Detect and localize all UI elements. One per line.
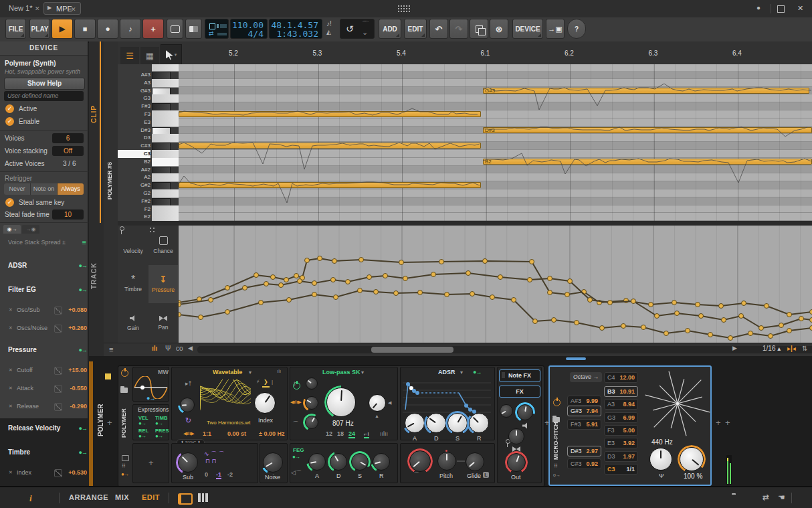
enable-checkbox[interactable]: ✓ <box>5 117 14 126</box>
mod-curve-icon[interactable] <box>54 469 62 477</box>
filter-cutoff-knob[interactable] <box>324 386 358 419</box>
add-device-end-button[interactable]: + <box>716 418 721 428</box>
expression-arrow-icon[interactable]: ●→ <box>155 420 163 426</box>
filter-shape-icon-2[interactable]: ıılıı <box>380 430 388 437</box>
amp-a-knob[interactable] <box>403 411 427 435</box>
expression-arrow-icon[interactable]: ●→ <box>138 433 146 439</box>
filter-slope-24[interactable]: 24 <box>348 430 355 438</box>
time-signature[interactable]: 4/4 <box>231 29 264 39</box>
remote-controls-icon[interactable] <box>122 455 129 461</box>
device-view-button[interactable]: DEVICE <box>512 19 543 39</box>
note-G#3[interactable]: G#3 <box>483 88 809 94</box>
fade-out-icon[interactable]: ⌄ <box>362 28 368 37</box>
filter-dropdown-icon[interactable]: ▾ <box>361 369 364 375</box>
glide-knob[interactable] <box>464 450 486 473</box>
project-tab-close-icon[interactable]: ✕ <box>35 5 40 12</box>
voices-value[interactable]: 6 <box>52 133 84 143</box>
mpe-tab-close-icon[interactable]: ✕ <box>71 6 76 13</box>
mod-target-osc-sub[interactable]: ✕Osc/Sub+0.080 <box>3 307 92 316</box>
osc-visual-mode-icon[interactable]: ılı <box>277 368 281 374</box>
mod-routing-tab-out[interactable]: ◉→ <box>3 225 21 234</box>
help-button[interactable]: ? <box>567 19 586 39</box>
note-G#2[interactable] <box>179 182 481 188</box>
piano-key-A2[interactable] <box>152 173 179 182</box>
sub-octave--1[interactable]: -1 <box>216 471 221 479</box>
dual-display-button[interactable] <box>185 19 202 39</box>
pitch-value[interactable]: 5.91 <box>586 420 598 430</box>
index-mode-icon-1[interactable]: ⚡ <box>256 379 260 385</box>
pitch-value[interactable]: 0.92 <box>586 459 598 469</box>
lane-splitter[interactable] <box>118 221 812 226</box>
feg-arrow-icon[interactable]: ●→ <box>292 454 300 460</box>
piano-key-B2[interactable] <box>152 158 179 167</box>
cancel-button[interactable]: ⊗ <box>490 19 508 39</box>
restore-icon[interactable] <box>777 5 785 13</box>
mod-source-pressure[interactable]: Pressure●→ <box>3 346 92 355</box>
clip-name-label[interactable]: POLYMER #6 <box>106 162 113 199</box>
filter-shape-icon-1[interactable]: ⌐ı <box>364 430 369 438</box>
time-value[interactable]: 1:43.032 <box>270 29 318 39</box>
pitch-value[interactable]: 1/1 <box>626 464 635 475</box>
remove-mod-icon[interactable]: ✕ <box>9 470 13 475</box>
touch-mode-icon[interactable]: ☚ <box>778 493 785 502</box>
record-button[interactable]: ● <box>97 19 118 39</box>
expression-button-pressure[interactable]: ↧Pressure <box>148 265 178 303</box>
rail-track-label[interactable]: TRACK <box>90 262 98 289</box>
position-display[interactable]: 48.1.4.57 1:43.032 <box>269 19 322 39</box>
piano-key-G3[interactable] <box>152 94 179 103</box>
info-icon[interactable]: i <box>29 493 32 504</box>
pitch-value[interactable]: 8.94 <box>623 400 635 410</box>
expression-button-timbre[interactable]: *Timbre <box>118 265 148 303</box>
filter-slope-18[interactable]: 18 <box>337 430 344 437</box>
out-level-knob[interactable] <box>505 451 528 474</box>
retrigger-option-note-on[interactable]: Note on <box>31 183 58 195</box>
mod-target-release[interactable]: ✕Release-0.290 <box>3 403 92 412</box>
pitch-cell-G#3[interactable]: G#37.94 <box>567 406 601 416</box>
scroll-left-icon[interactable]: ◀ <box>188 345 193 351</box>
mod-source-adsr[interactable]: ADSR●→ <box>3 262 92 271</box>
wavetable-index-knob[interactable] <box>252 390 278 416</box>
precount-icon[interactable]: ♪! <box>326 20 332 27</box>
piano-key-A3[interactable] <box>152 79 179 88</box>
wavetable-file-name[interactable]: Two Harmonics.wt <box>207 420 250 426</box>
display-profile-button[interactable] <box>167 19 183 39</box>
redo-button[interactable]: ↷ <box>449 19 468 39</box>
pitch-cell-B3[interactable]: B310.91 <box>604 386 638 397</box>
ref-freq-value[interactable]: 440 Hz <box>651 438 673 446</box>
amount-knob[interactable] <box>678 445 706 473</box>
bend-range-knob[interactable] <box>407 448 433 474</box>
pitch-value[interactable]: 1.97 <box>623 452 635 462</box>
mod-curve-icon[interactable] <box>54 367 62 375</box>
pitch-cell-C#3[interactable]: C#30.92 <box>567 458 601 469</box>
edit-menu-button[interactable]: EDIT <box>404 19 427 39</box>
play-menu-button[interactable]: PLAY <box>29 19 50 39</box>
pitch-value[interactable]: 12.00 <box>619 373 635 383</box>
metronome-icon[interactable]: ◭ <box>326 29 331 35</box>
loop-toggle-icon[interactable]: ↺ <box>346 23 354 34</box>
ref-freq-knob[interactable] <box>647 446 674 473</box>
amp-r-knob[interactable] <box>467 411 491 435</box>
amount-value[interactable]: 100 % <box>684 473 702 480</box>
timeline-ruler[interactable]: 5.25.35.46.16.26.36.4 <box>179 41 812 64</box>
mod-amount-value[interactable]: +0.530 <box>68 469 87 476</box>
close-icon[interactable]: ✕ <box>797 4 803 13</box>
remove-mod-icon[interactable]: ✕ <box>9 307 13 313</box>
sub-octave--2[interactable]: -2 <box>227 471 233 478</box>
feg-r-knob[interactable] <box>371 451 392 473</box>
mod-amount-value[interactable]: +0.080 <box>68 307 87 313</box>
scroll-right-icon[interactable]: ▶ <box>732 345 737 351</box>
polymer-device-name[interactable]: POLYMER <box>120 396 127 438</box>
mod-curve-icon[interactable] <box>54 325 62 333</box>
mod-amount-value[interactable]: -0.550 <box>70 385 87 392</box>
fit-vertical-icon[interactable]: ⇅ <box>802 345 807 352</box>
filter-env-amount-knob[interactable] <box>303 414 320 431</box>
mod-source-timbre[interactable]: Timbre●→ <box>3 448 92 458</box>
vel-sens-knob[interactable] <box>498 402 515 420</box>
pitch-cell-D#3[interactable]: D#32.97 <box>567 446 601 456</box>
mod-source-release-velocity[interactable]: Release Velocity●→ <box>3 424 92 434</box>
osc-offset-value[interactable]: ± 0.00 Hz <box>259 430 284 437</box>
filter-resonance-knob[interactable] <box>367 392 388 414</box>
fx-tab[interactable]: FX <box>499 386 540 398</box>
glide-legato-badge[interactable]: L <box>483 472 489 478</box>
polymer-power-icon[interactable] <box>121 369 128 377</box>
